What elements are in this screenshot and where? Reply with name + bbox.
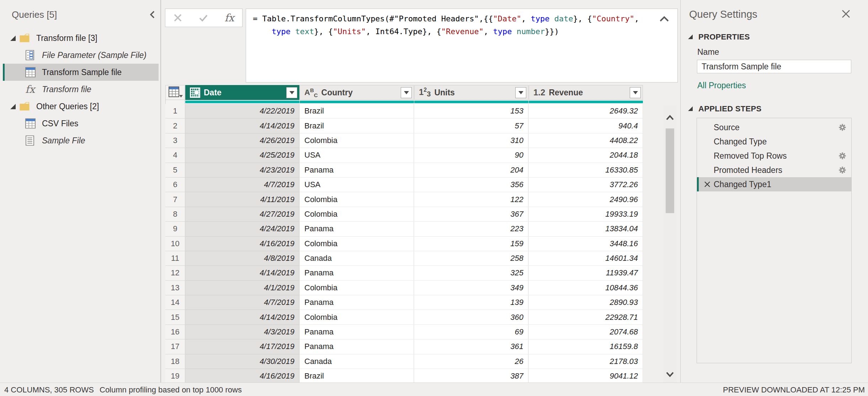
cell-revenue[interactable]: 2890.93 <box>529 295 643 310</box>
cell-revenue[interactable]: 11939.47 <box>529 266 643 280</box>
column-header-country[interactable]: ABCCountry <box>300 85 414 100</box>
scroll-up-icon[interactable] <box>665 112 675 123</box>
filter-dropdown-button[interactable] <box>401 87 412 98</box>
cell-revenue[interactable]: 3772.26 <box>529 178 643 192</box>
cell-units[interactable]: 69 <box>414 325 528 339</box>
cell-units[interactable]: 139 <box>414 295 528 310</box>
cell-revenue[interactable]: 13834.04 <box>529 222 643 236</box>
table-select-all-corner[interactable] <box>165 85 185 100</box>
applied-step-changed-type[interactable]: Changed Type <box>697 134 851 149</box>
cell-units[interactable]: 310 <box>414 133 528 148</box>
cell-country[interactable]: Colombia <box>300 207 414 222</box>
cell-date[interactable]: 4/16/2019 <box>185 237 299 251</box>
cell-country[interactable]: Brazil <box>300 118 414 133</box>
formula-collapse-button[interactable] <box>659 15 670 24</box>
scrollbar-thumb[interactable] <box>666 128 674 213</box>
cell-units[interactable]: 258 <box>414 251 528 266</box>
cell-country[interactable]: Colombia <box>300 281 414 295</box>
cell-country[interactable]: Brazil <box>300 369 414 382</box>
filter-dropdown-button[interactable] <box>515 87 526 98</box>
vertical-scrollbar[interactable] <box>664 105 676 382</box>
cell-country[interactable]: Panama <box>300 163 414 178</box>
row-number[interactable]: 4 <box>165 148 185 163</box>
tree-item-file-parameter-sample-file[interactable]: File Parameter (Sample File) <box>0 47 160 64</box>
cell-country[interactable]: Panama <box>300 266 414 280</box>
cell-revenue[interactable]: 10844.36 <box>529 281 643 295</box>
row-number[interactable]: 2 <box>165 118 185 133</box>
cell-country[interactable]: Canada <box>300 354 414 369</box>
cell-units[interactable]: 367 <box>414 207 528 222</box>
row-number[interactable]: 1 <box>165 104 185 118</box>
row-number[interactable]: 5 <box>165 163 185 178</box>
row-number[interactable]: 8 <box>165 207 185 222</box>
cell-revenue[interactable]: 16330.85 <box>529 163 643 178</box>
filter-dropdown-button[interactable] <box>286 87 297 98</box>
row-number[interactable]: 12 <box>165 266 185 280</box>
cell-units[interactable]: 361 <box>414 339 528 354</box>
tree-item-transform-file[interactable]: fxTransform file <box>0 81 160 98</box>
cell-revenue[interactable]: 940.4 <box>529 118 643 133</box>
cell-units[interactable]: 26 <box>414 354 528 369</box>
column-header-date[interactable]: Date <box>185 85 299 100</box>
cell-units[interactable]: 325 <box>414 266 528 280</box>
cell-units[interactable]: 159 <box>414 237 528 251</box>
row-number[interactable]: 17 <box>165 339 185 354</box>
tree-item-csv-files[interactable]: CSV Files <box>0 115 160 132</box>
applied-step-promoted-headers[interactable]: Promoted Headers <box>697 163 851 177</box>
step-settings-button[interactable] <box>838 166 846 174</box>
cell-units[interactable]: 356 <box>414 178 528 192</box>
cell-country[interactable]: USA <box>300 148 414 163</box>
cell-date[interactable]: 4/1/2019 <box>185 281 299 295</box>
row-number[interactable]: 13 <box>165 281 185 295</box>
cell-date[interactable]: 4/14/2019 <box>185 310 299 324</box>
filter-dropdown-button[interactable] <box>630 87 641 98</box>
tree-expand-icon[interactable] <box>10 36 16 41</box>
formula-text[interactable]: = Table.TransformColumnTypes(#"Promoted … <box>253 12 653 38</box>
row-number[interactable]: 6 <box>165 178 185 192</box>
column-header-revenue[interactable]: 1.2Revenue <box>529 85 643 100</box>
cell-units[interactable]: 90 <box>414 148 528 163</box>
cell-date[interactable]: 4/16/2019 <box>185 369 299 382</box>
check-icon[interactable] <box>198 13 208 22</box>
cell-date[interactable]: 4/8/2019 <box>185 251 299 266</box>
cell-units[interactable]: 223 <box>414 222 528 236</box>
cell-revenue[interactable]: 2649.32 <box>529 104 643 118</box>
cell-date[interactable]: 4/7/2019 <box>185 178 299 192</box>
cell-country[interactable]: Panama <box>300 325 414 339</box>
cell-revenue[interactable]: 22928.71 <box>529 310 643 324</box>
step-settings-button[interactable] <box>838 123 846 131</box>
cell-revenue[interactable]: 3448.16 <box>529 237 643 251</box>
row-number[interactable]: 16 <box>165 325 185 339</box>
cell-date[interactable]: 4/30/2019 <box>185 354 299 369</box>
cell-date[interactable]: 4/27/2019 <box>185 207 299 222</box>
cell-revenue[interactable]: 2044.18 <box>529 148 643 163</box>
cell-revenue[interactable]: 2074.68 <box>529 325 643 339</box>
tree-item-transform-sample-file[interactable]: Transform Sample file <box>0 64 160 81</box>
formula-bar[interactable]: = Table.TransformColumnTypes(#"Promoted … <box>246 9 678 83</box>
cell-revenue[interactable]: 16159.8 <box>529 339 643 354</box>
cell-date[interactable]: 4/23/2019 <box>185 163 299 178</box>
tree-expand-icon[interactable] <box>10 104 16 109</box>
cell-country[interactable]: Panama <box>300 222 414 236</box>
cell-units[interactable]: 57 <box>414 118 528 133</box>
properties-collapse-icon[interactable] <box>688 35 693 39</box>
cancel-icon[interactable] <box>173 13 182 22</box>
cell-date[interactable]: 4/22/2019 <box>185 104 299 118</box>
cell-units[interactable]: 204 <box>414 163 528 178</box>
cell-date[interactable]: 4/25/2019 <box>185 148 299 163</box>
tree-item-transform-file-3[interactable]: Transform file [3] <box>0 30 160 47</box>
applied-step-changed-type1[interactable]: Changed Type1 <box>697 177 851 191</box>
close-icon[interactable] <box>841 9 851 19</box>
cell-country[interactable]: Colombia <box>300 310 414 324</box>
row-number[interactable]: 7 <box>165 192 185 207</box>
cell-date[interactable]: 4/17/2019 <box>185 339 299 354</box>
cell-country[interactable]: Colombia <box>300 133 414 148</box>
scroll-down-icon[interactable] <box>665 369 675 380</box>
cell-country[interactable]: Colombia <box>300 192 414 207</box>
cell-revenue[interactable]: 9041.12 <box>529 369 643 382</box>
column-header-units[interactable]: 123Units <box>414 85 528 100</box>
cell-country[interactable]: Colombia <box>300 237 414 251</box>
name-input[interactable] <box>697 60 851 73</box>
cell-units[interactable]: 122 <box>414 192 528 207</box>
cell-revenue[interactable]: 14601.34 <box>529 251 643 266</box>
